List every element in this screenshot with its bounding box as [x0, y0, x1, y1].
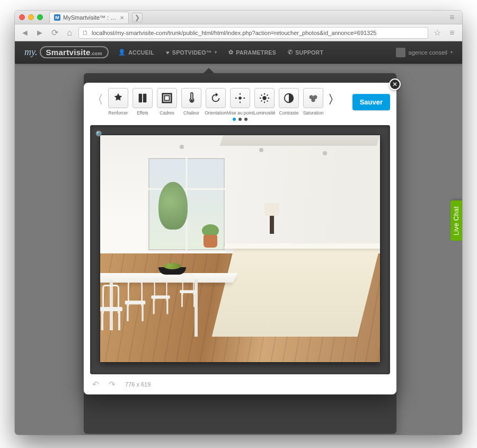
svg-rect-0 — [139, 94, 142, 103]
editor-footer: ↶ ↷ 776 x 619 — [84, 374, 396, 394]
tool-contraste[interactable]: Contraste — [278, 88, 300, 116]
tool-saturation[interactable]: Saturation — [302, 88, 324, 116]
close-modal-button[interactable]: ✕ — [389, 78, 401, 90]
svg-point-6 — [262, 96, 266, 100]
save-button[interactable]: Sauver — [352, 94, 390, 110]
rotate-icon — [206, 88, 226, 108]
home-button[interactable]: ⌂ — [64, 27, 75, 39]
nav-spotvideo[interactable]: ♥SPOTVIDEO™ ▾ — [166, 49, 217, 56]
chevron-down-icon: ▾ — [215, 50, 217, 55]
photo-editor-modal: ✕ 〈 Renforcer Effets Cadres — [84, 83, 396, 394]
preview-area: 🔍 — [90, 125, 390, 374]
window-controls — [19, 14, 43, 20]
reload-button[interactable]: ⟳ — [49, 27, 60, 39]
svg-rect-1 — [143, 94, 146, 103]
nav-accueil[interactable]: 👤ACCUEIL — [118, 49, 154, 56]
svg-point-5 — [238, 96, 242, 100]
svg-point-10 — [311, 98, 315, 102]
back-button[interactable]: ◄ — [19, 27, 31, 39]
main-nav: 👤ACCUEIL ♥SPOTVIDEO™ ▾ ✿PARAMETRES ✆SUPP… — [118, 49, 323, 56]
thermometer-icon — [181, 88, 201, 108]
tool-renforcer[interactable]: Renforcer — [107, 88, 129, 116]
tab-strip: M MySmartvisite™ : Retouch… ✕ ❯ ≡ — [15, 11, 462, 24]
page-dot-2[interactable] — [238, 118, 242, 121]
site-header: my. Smartvisite.com 👤ACCUEIL ♥SPOTVIDEO™… — [15, 41, 462, 64]
focus-icon — [230, 88, 250, 108]
globe-icon: 🗋 — [82, 29, 89, 37]
nav-parametres[interactable]: ✿PARAMETRES — [228, 49, 276, 56]
browser-window: M MySmartvisite™ : Retouch… ✕ ❯ ≡ ◄ ► ⟳ … — [15, 11, 462, 435]
maximize-window-button[interactable] — [37, 14, 43, 20]
svg-rect-3 — [164, 95, 169, 100]
saturation-icon — [303, 88, 323, 108]
brightness-icon — [254, 88, 275, 108]
toolbar-page-dots — [84, 116, 396, 125]
gear-icon: ✿ — [228, 49, 233, 56]
user-label: agence conseil — [409, 49, 447, 56]
svg-point-4 — [191, 99, 193, 102]
browser-menu-icon[interactable]: ≡ — [446, 12, 458, 23]
tool-buttons: Renforcer Effets Cadres Chaleur — [107, 88, 324, 116]
address-bar: ◄ ► ⟳ ⌂ 🗋 localhost/my-smartvisite-com/t… — [15, 24, 462, 41]
tool-cadres[interactable]: Cadres — [156, 88, 178, 116]
logo-prefix: my. — [24, 47, 38, 58]
user-menu[interactable]: agence conseil ▾ — [396, 48, 453, 57]
forward-button[interactable]: ► — [34, 27, 46, 39]
bookmark-icon[interactable]: ☆ — [431, 27, 443, 39]
live-chat-tab[interactable]: Live Chat — [450, 200, 462, 241]
tool-luminosite[interactable]: Luminosité — [253, 88, 276, 116]
url-field[interactable]: 🗋 localhost/my-smartvisite-com/trunk/pub… — [78, 27, 428, 39]
logo-brand: Smartvisite.com — [40, 46, 109, 58]
frame-icon — [157, 88, 177, 108]
user-icon: 👤 — [118, 49, 126, 56]
close-window-button[interactable] — [19, 14, 25, 20]
page-dot-3[interactable] — [244, 118, 248, 121]
site-logo[interactable]: my. Smartvisite.com — [24, 46, 109, 58]
photo-canvas[interactable] — [100, 135, 381, 363]
scroll-right-button[interactable]: 〉 — [326, 88, 341, 111]
menu-pointer — [204, 68, 214, 73]
svg-rect-2 — [163, 94, 172, 103]
chevron-down-icon: ▾ — [450, 50, 453, 55]
page-dot-1[interactable] — [233, 118, 236, 121]
minimize-window-button[interactable] — [28, 14, 34, 20]
effects-icon — [132, 88, 153, 108]
wand-star-icon — [108, 88, 128, 108]
editor-toolbar: 〈 Renforcer Effets Cadres — [84, 83, 396, 116]
nav-support[interactable]: ✆SUPPORT — [288, 49, 323, 56]
close-tab-icon[interactable]: ✕ — [120, 15, 124, 21]
tool-chaleur[interactable]: Chaleur — [180, 88, 202, 116]
image-dimensions: 776 x 619 — [125, 381, 151, 388]
undo-button[interactable]: ↶ — [92, 380, 99, 389]
heart-icon: ♥ — [166, 49, 170, 56]
page-body: my. Smartvisite.com 👤ACCUEIL ♥SPOTVIDEO™… — [15, 41, 462, 435]
contrast-icon — [279, 88, 299, 108]
favicon-icon: M — [54, 14, 60, 21]
url-text: localhost/my-smartvisite-com/trunk/publi… — [92, 30, 376, 36]
browser-tab[interactable]: M MySmartvisite™ : Retouch… ✕ — [49, 12, 129, 23]
tool-orientation[interactable]: Orientation — [205, 88, 227, 116]
avatar — [396, 48, 405, 57]
tool-mise-au-point[interactable]: Mise au point — [229, 88, 251, 116]
redo-button[interactable]: ↷ — [109, 380, 116, 389]
phone-icon: ✆ — [288, 49, 293, 56]
tab-title: MySmartvisite™ : Retouch… — [63, 14, 117, 21]
settings-icon[interactable]: ≡ — [446, 27, 458, 39]
new-tab-button[interactable]: ❯ — [132, 13, 143, 22]
scroll-left-button[interactable]: 〈 — [90, 88, 105, 111]
tool-effets[interactable]: Effets — [131, 88, 154, 116]
